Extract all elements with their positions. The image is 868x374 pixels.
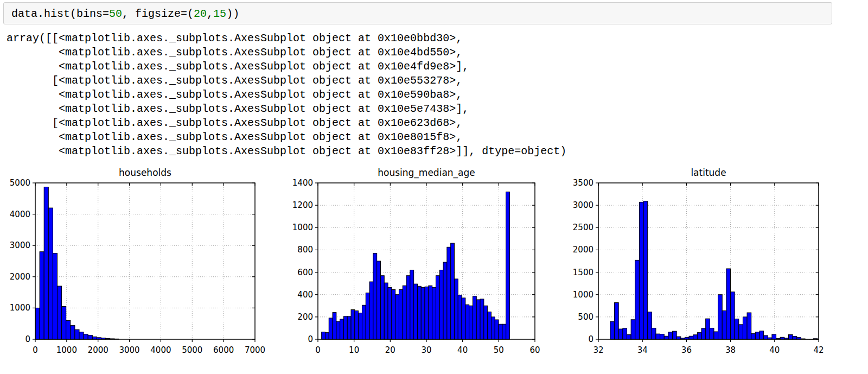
code-token: , figsize=( xyxy=(122,8,194,20)
histogram-bar xyxy=(760,331,764,339)
xtick-label: 36 xyxy=(681,345,692,355)
xtick-label: 20 xyxy=(385,345,395,355)
histogram-bar xyxy=(499,324,502,339)
ytick-label: 200 xyxy=(297,312,313,322)
histogram-bar xyxy=(465,305,469,339)
axes-spines xyxy=(598,183,819,339)
ytick-label: 1400 xyxy=(292,178,313,188)
histogram-bar xyxy=(701,328,706,339)
histogram-bar xyxy=(635,260,640,339)
histogram-bar xyxy=(410,270,414,339)
histogram-bar xyxy=(739,325,743,339)
ytick-label: 3000 xyxy=(573,200,593,210)
histogram-bar xyxy=(726,269,731,339)
histogram-bar xyxy=(425,287,429,339)
histogram-bar xyxy=(751,333,756,339)
xtick-label: 32 xyxy=(593,345,603,355)
code-token: data.hist(bins= xyxy=(11,8,109,20)
histogram-bar xyxy=(627,334,631,339)
histogram-bar xyxy=(615,303,619,339)
ytick-label: 800 xyxy=(297,245,313,255)
code-cell[interactable]: data.hist(bins=50, figsize=(20,15)) xyxy=(3,2,832,24)
ytick-label: 3000 xyxy=(10,240,30,250)
histogram-bar xyxy=(480,299,484,339)
histogram-bar xyxy=(706,319,710,339)
xtick-label: 30 xyxy=(421,345,431,355)
xtick-label: 10 xyxy=(349,345,359,355)
histogram-bar xyxy=(673,331,677,339)
histogram-bar xyxy=(643,201,648,339)
histogram-bar xyxy=(436,276,439,339)
ytick-label: 0 xyxy=(308,334,313,344)
code-token: 15 xyxy=(213,8,226,20)
histogram-bar xyxy=(668,332,673,339)
histogram-bar xyxy=(618,329,623,339)
histogram-bar xyxy=(693,335,698,339)
histogram-housing_median_age: 02004006008001000120014000102030405060ho… xyxy=(279,163,559,374)
histogram-bar xyxy=(329,318,333,339)
histogram-bar xyxy=(71,326,75,339)
histogram-bar xyxy=(689,336,693,339)
histogram-bar xyxy=(743,317,747,339)
histogram-bar xyxy=(369,282,373,339)
xtick-label: 0 xyxy=(33,345,38,355)
xtick-label: 3000 xyxy=(119,345,139,355)
histogram-bar xyxy=(366,293,369,339)
histogram-bar xyxy=(506,192,510,339)
xtick-label: 2000 xyxy=(88,345,108,355)
histogram-bar xyxy=(79,332,84,339)
histogram-bar xyxy=(58,286,62,339)
histogram-bar xyxy=(380,276,384,339)
histogram-bar xyxy=(429,286,432,339)
xtick-label: 34 xyxy=(637,345,648,355)
histogram-bar xyxy=(377,261,381,339)
ytick-label: 0 xyxy=(588,334,593,344)
xtick-label: 42 xyxy=(813,345,824,355)
ytick-label: 5000 xyxy=(10,178,30,188)
histogram-bar xyxy=(384,283,388,339)
histogram-bar xyxy=(473,296,476,339)
histogram-bar xyxy=(322,332,326,339)
ytick-label: 3500 xyxy=(573,178,593,188)
xtick-label: 40 xyxy=(769,345,780,355)
histogram-bar xyxy=(347,316,351,339)
histogram-figures: 0100020003000400050000100020003000400050… xyxy=(0,163,868,374)
histogram-bar xyxy=(476,300,480,339)
histogram-bar xyxy=(432,287,436,339)
histogram-bar xyxy=(447,247,451,339)
code-input[interactable]: data.hist(bins=50, figsize=(20,15)) xyxy=(4,3,832,21)
histogram-bar xyxy=(755,332,760,339)
ytick-label: 1000 xyxy=(10,303,30,313)
histogram-bar xyxy=(648,312,652,339)
ytick-label: 0 xyxy=(25,334,30,344)
histogram-bar xyxy=(355,311,359,339)
histogram-bar xyxy=(340,319,344,339)
histogram-bar xyxy=(793,337,797,339)
xtick-label: 6000 xyxy=(213,345,234,355)
chart-title: households xyxy=(119,167,171,178)
histogram-bar xyxy=(462,298,465,339)
histogram-latitude: 0500100015002000250030003500323436384042… xyxy=(559,163,868,374)
histogram-bar xyxy=(359,313,362,339)
histogram-bar xyxy=(502,324,506,339)
histogram-bar xyxy=(362,305,366,339)
histogram-bar xyxy=(392,289,395,339)
histogram-bar xyxy=(88,335,92,339)
histogram-bar xyxy=(373,253,377,339)
histogram-bar xyxy=(488,312,492,339)
ytick-label: 4000 xyxy=(10,210,30,219)
histogram-bar xyxy=(788,334,793,339)
histogram-bar xyxy=(417,286,421,339)
chart-title: housing_median_age xyxy=(378,167,475,179)
histogram-bar xyxy=(656,334,660,339)
ytick-label: 1000 xyxy=(292,223,313,232)
xtick-label: 60 xyxy=(529,345,540,355)
histogram-households: 0100020003000400050000100020003000400050… xyxy=(0,163,279,374)
histogram-bar xyxy=(48,208,53,339)
histogram-bar xyxy=(722,310,726,339)
histogram-bar xyxy=(484,306,488,339)
histogram-bar xyxy=(710,328,714,339)
ytick-label: 500 xyxy=(578,312,593,322)
xtick-label: 0 xyxy=(315,345,321,355)
histogram-bar xyxy=(660,334,665,339)
